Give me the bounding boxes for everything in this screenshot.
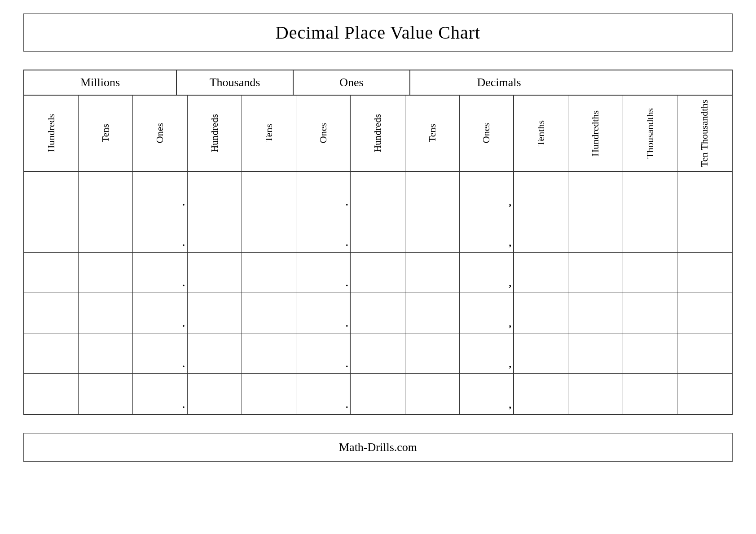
r4c6[interactable]: . (296, 293, 351, 333)
col-thousands-tens: Tens (242, 96, 296, 171)
r1c6[interactable]: . (296, 172, 351, 212)
r5c4[interactable] (188, 333, 242, 373)
r1c4[interactable] (188, 172, 242, 212)
r3c4[interactable] (188, 253, 242, 293)
group-decimals: Decimals (410, 70, 588, 95)
r5c1[interactable] (24, 333, 79, 373)
data-row-2: . . , (24, 212, 732, 253)
r2c1[interactable] (24, 212, 79, 252)
r6c13[interactable] (677, 374, 732, 414)
r1c11[interactable] (568, 172, 623, 212)
r3c12[interactable] (623, 253, 677, 293)
r2c10[interactable] (514, 212, 568, 252)
r1c1[interactable] (24, 172, 79, 212)
group-ones: Ones (294, 70, 410, 95)
r2c11[interactable] (568, 212, 623, 252)
r6c7[interactable] (351, 374, 405, 414)
r6c5[interactable] (242, 374, 296, 414)
place-value-chart: Millions Thousands Ones Decimals Hundred… (23, 70, 733, 415)
r6c6[interactable]: . (296, 374, 351, 414)
r4c10[interactable] (514, 293, 568, 333)
r4c8[interactable] (405, 293, 460, 333)
r1c3[interactable]: . (133, 172, 187, 212)
r3c5[interactable] (242, 253, 296, 293)
r2c6[interactable]: . (296, 212, 351, 252)
r5c8[interactable] (405, 333, 460, 373)
r4c3[interactable]: . (133, 293, 187, 333)
r2c5[interactable] (242, 212, 296, 252)
col-decimals-thousandths: Thousandths (623, 96, 677, 171)
col-decimals-tenths: Tenths (514, 96, 568, 171)
col-decimals-hundredths: Hundredths (568, 96, 623, 171)
col-millions-hundreds: Hundreds (24, 96, 79, 171)
r5c2[interactable] (79, 333, 133, 373)
r2c4[interactable] (188, 212, 242, 252)
r5c12[interactable] (623, 333, 677, 373)
data-row-5: . . , (24, 333, 732, 374)
r1c8[interactable] (405, 172, 460, 212)
r5c13[interactable] (677, 333, 732, 373)
sub-header-row: Hundreds Tens Ones Hundreds Tens Ones Hu… (24, 96, 732, 172)
r6c9[interactable]: , (460, 374, 514, 414)
data-row-3: . . , (24, 253, 732, 293)
r5c9[interactable]: , (460, 333, 514, 373)
r4c11[interactable] (568, 293, 623, 333)
r1c13[interactable] (677, 172, 732, 212)
col-ones-hundreds: Hundreds (351, 96, 405, 171)
r4c7[interactable] (351, 293, 405, 333)
r3c6[interactable]: . (296, 253, 351, 293)
r6c12[interactable] (623, 374, 677, 414)
col-ones-tens: Tens (405, 96, 460, 171)
r3c7[interactable] (351, 253, 405, 293)
r2c13[interactable] (677, 212, 732, 252)
footer-box: Math-Drills.com (23, 433, 733, 462)
r2c9[interactable]: , (460, 212, 514, 252)
r6c10[interactable] (514, 374, 568, 414)
data-row-4: . . , (24, 293, 732, 333)
r1c10[interactable] (514, 172, 568, 212)
r1c9[interactable]: , (460, 172, 514, 212)
r3c9[interactable]: , (460, 253, 514, 293)
r5c11[interactable] (568, 333, 623, 373)
r4c12[interactable] (623, 293, 677, 333)
group-millions: Millions (24, 70, 177, 95)
r1c5[interactable] (242, 172, 296, 212)
r2c2[interactable] (79, 212, 133, 252)
r3c10[interactable] (514, 253, 568, 293)
r6c1[interactable] (24, 374, 79, 414)
r2c8[interactable] (405, 212, 460, 252)
r6c3[interactable]: . (133, 374, 187, 414)
r5c7[interactable] (351, 333, 405, 373)
r2c3[interactable]: . (133, 212, 187, 252)
r4c5[interactable] (242, 293, 296, 333)
r1c7[interactable] (351, 172, 405, 212)
r1c12[interactable] (623, 172, 677, 212)
r6c11[interactable] (568, 374, 623, 414)
r5c6[interactable]: . (296, 333, 351, 373)
group-thousands: Thousands (177, 70, 294, 95)
r6c4[interactable] (188, 374, 242, 414)
r4c1[interactable] (24, 293, 79, 333)
r3c3[interactable]: . (133, 253, 187, 293)
r4c2[interactable] (79, 293, 133, 333)
r4c9[interactable]: , (460, 293, 514, 333)
r3c8[interactable] (405, 253, 460, 293)
r4c13[interactable] (677, 293, 732, 333)
r2c7[interactable] (351, 212, 405, 252)
r5c5[interactable] (242, 333, 296, 373)
r3c13[interactable] (677, 253, 732, 293)
r5c10[interactable] (514, 333, 568, 373)
r2c12[interactable] (623, 212, 677, 252)
r6c8[interactable] (405, 374, 460, 414)
title-box: Decimal Place Value Chart (23, 13, 733, 52)
r4c4[interactable] (188, 293, 242, 333)
group-header-row: Millions Thousands Ones Decimals (24, 70, 732, 96)
r3c2[interactable] (79, 253, 133, 293)
r1c2[interactable] (79, 172, 133, 212)
page-title: Decimal Place Value Chart (276, 22, 480, 43)
r5c3[interactable]: . (133, 333, 187, 373)
r3c11[interactable] (568, 253, 623, 293)
col-decimals-ten-thousandths: Ten Thousandths (677, 96, 732, 171)
r6c2[interactable] (79, 374, 133, 414)
r3c1[interactable] (24, 253, 79, 293)
